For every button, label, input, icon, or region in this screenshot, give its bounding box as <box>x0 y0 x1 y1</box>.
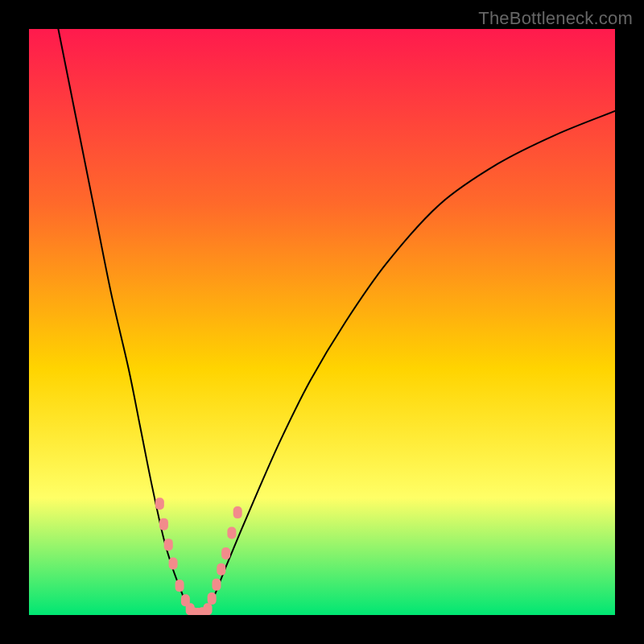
marker-right-branch-markers-5 <box>227 527 236 539</box>
marker-left-branch-markers-3 <box>169 557 178 569</box>
marker-left-branch-markers-0 <box>155 497 164 510</box>
plot-area <box>29 29 615 615</box>
chart-svg <box>29 29 615 615</box>
marker-right-branch-markers-6 <box>233 506 242 518</box>
watermark-text: TheBottleneck.com <box>478 8 633 29</box>
marker-right-branch-markers-1 <box>208 592 217 605</box>
marker-left-branch-markers-2 <box>164 539 173 551</box>
marker-left-branch-markers-1 <box>159 518 168 530</box>
marker-left-branch-markers-4 <box>175 580 184 592</box>
marker-right-branch-markers-4 <box>221 547 230 559</box>
marker-valley-floor-markers-2 <box>198 607 207 615</box>
chart-frame: TheBottleneck.com <box>0 0 644 644</box>
marker-right-branch-markers-3 <box>217 564 225 576</box>
marker-right-branch-markers-2 <box>212 579 221 591</box>
